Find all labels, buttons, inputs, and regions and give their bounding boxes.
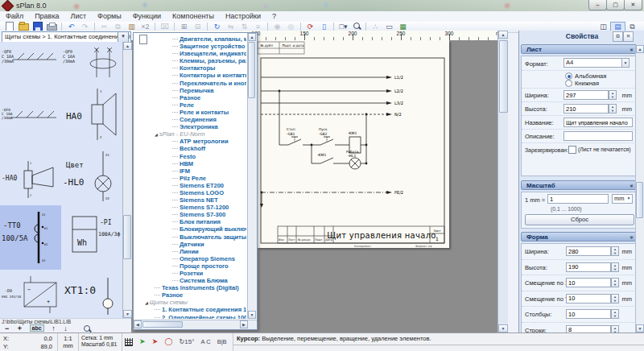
scroll-down-icon[interactable]: ▼ bbox=[636, 324, 644, 332]
spinner[interactable]: ▲▼ bbox=[611, 246, 619, 256]
tree-item[interactable]: Реле и контакты bbox=[134, 109, 246, 116]
scroll-down-icon[interactable]: ▼ bbox=[498, 324, 508, 332]
tree-item[interactable]: IFM bbox=[134, 167, 246, 175]
schematic-sheet[interactable]: № дубл Подп. и дата L1/2 L2/2 L3/2 N/2 P… bbox=[258, 40, 449, 248]
scale-value-input[interactable] bbox=[547, 194, 609, 204]
spinner[interactable]: ▲▼ bbox=[611, 294, 619, 304]
tree-item[interactable]: Разное bbox=[134, 94, 246, 101]
tree-item[interactable]: Датчики bbox=[134, 241, 246, 248]
zoom-in-button[interactable]: + bbox=[18, 324, 22, 332]
section-form-header[interactable]: Форма» bbox=[521, 232, 637, 242]
tree-item[interactable]: Блок питания bbox=[134, 218, 246, 225]
move-down-button[interactable]: ↓ bbox=[64, 324, 68, 332]
tree-item[interactable]: Перемычка bbox=[134, 87, 246, 94]
library-cell-energy-meter[interactable]: Wh-PI100A/3ф bbox=[61, 205, 123, 270]
tree-item[interactable]: Двигатели, клапаны, магниты bbox=[134, 35, 246, 43]
tree-item[interactable]: Festo bbox=[134, 153, 246, 160]
cursor-select-icon[interactable]: ➤ bbox=[139, 337, 146, 345]
close-button[interactable]: ✕ bbox=[624, 0, 642, 10]
menu-item-5[interactable]: Компоненты bbox=[167, 11, 220, 21]
tree-item[interactable]: Beckhoff bbox=[134, 145, 246, 152]
tree-item[interactable]: Texas Instruments (Digital) bbox=[134, 284, 246, 291]
tree-item[interactable]: Извещатели, индикаторы, лам bbox=[134, 50, 246, 57]
sheet-height-input[interactable] bbox=[564, 104, 609, 114]
scroll-right-icon[interactable]: ▶ bbox=[240, 320, 248, 328]
tree-item[interactable]: Защитное устройство bbox=[134, 43, 246, 50]
tree-item[interactable]: АТР метрологии bbox=[134, 138, 246, 145]
library-cell-breaker-4p-2[interactable]: -QF0C 16A/30mA bbox=[0, 82, 62, 147]
tree-item[interactable]: 2. Однолинейные схемы 100% bbox=[134, 314, 246, 319]
scroll-up-icon[interactable]: ▲ bbox=[248, 33, 256, 41]
form-input-0[interactable] bbox=[566, 246, 611, 256]
minimize-button[interactable]: – bbox=[588, 0, 607, 10]
tree-item[interactable]: Электроника bbox=[134, 123, 246, 130]
menu-item-1[interactable]: Правка bbox=[29, 11, 64, 21]
autotext-icon[interactable]: A C bbox=[200, 338, 210, 345]
scroll-down-icon[interactable]: ▼ bbox=[123, 310, 132, 318]
format-select[interactable]: A4 bbox=[564, 58, 630, 68]
scrollbar-thumb[interactable] bbox=[499, 40, 508, 113]
tree-item[interactable]: Переключатель и кнопка bbox=[134, 80, 246, 87]
library-cell-lamp[interactable]: Цвет-HL0 X1X2 bbox=[61, 147, 123, 206]
tree-item[interactable]: Система Блюма bbox=[134, 277, 246, 284]
sheet-combo[interactable]: Щиты схемы > 1. Контактные соединения 10… bbox=[2, 31, 131, 43]
sheet-description-input[interactable] bbox=[564, 131, 633, 141]
library-cell-current-transformer[interactable]: -TT0100/5A Л1И1И2Л2 bbox=[0, 205, 62, 270]
open-icon[interactable] bbox=[19, 23, 29, 31]
scroll-left-icon[interactable]: ◀ bbox=[134, 320, 142, 328]
properties-vertical-scrollbar[interactable]: ▲ ▼ bbox=[635, 45, 644, 332]
tree-item[interactable]: Pilz Реле bbox=[134, 175, 246, 182]
tree-item[interactable]: Выключатель защиты двигате bbox=[134, 233, 246, 241]
tree-item[interactable]: Блокирующий выключатель bbox=[134, 225, 246, 233]
tree-item[interactable]: Оператор Siemens bbox=[134, 255, 246, 262]
tree-item[interactable]: Контакторы и контакты bbox=[134, 72, 246, 79]
tree-group[interactable]: ◢Щиты схемы bbox=[134, 299, 246, 306]
spinner[interactable]: ▲▼ bbox=[611, 309, 619, 319]
binding-icon[interactable]: B|B bbox=[217, 338, 227, 345]
scroll-down-icon[interactable]: ▼ bbox=[248, 311, 256, 319]
scrollbar-thumb[interactable] bbox=[636, 182, 643, 218]
section-scale-header[interactable]: Масштаб» bbox=[521, 180, 637, 190]
close-panel-icon[interactable]: ✕ bbox=[623, 31, 634, 42]
library-cell-speaker[interactable]: HA0 12 bbox=[61, 82, 123, 147]
spinner[interactable]: ▲▼ bbox=[611, 262, 619, 272]
canvas-vertical-scrollbar[interactable]: ▲ ▼ bbox=[497, 31, 508, 332]
reset-button[interactable]: Сброс bbox=[525, 214, 634, 225]
tree-item[interactable]: Siemens ET200 bbox=[134, 182, 246, 189]
scrollbar-thumb[interactable] bbox=[142, 321, 183, 328]
search-icon[interactable] bbox=[84, 325, 90, 332]
menu-item-7[interactable]: ? bbox=[266, 11, 282, 21]
library-cell-rcd[interactable]: -QF0C 16A/30mA bbox=[61, 42, 123, 83]
library-vertical-scrollbar[interactable]: ▲ ▼ bbox=[122, 42, 132, 318]
show-labels-toggle[interactable]: abc bbox=[30, 324, 44, 332]
tree-item[interactable]: Соединения bbox=[134, 116, 246, 123]
grid-icon[interactable] bbox=[125, 338, 133, 346]
cursor-mark-icon[interactable]: ➤ bbox=[152, 337, 159, 345]
spinner[interactable]: ▲▼ bbox=[609, 90, 617, 100]
move-up-button[interactable]: ↑ bbox=[52, 324, 56, 332]
scroll-up-icon[interactable]: ▲ bbox=[636, 45, 644, 53]
library-cell-power-supply[interactable]: -D0HSG 24V/3A ~+ bbox=[0, 270, 62, 319]
scrollbar-thumb[interactable] bbox=[248, 42, 255, 98]
tree-item[interactable]: Разное bbox=[134, 291, 246, 299]
radio-portrait[interactable] bbox=[565, 80, 572, 87]
chevron-down-icon[interactable]: ▼ bbox=[118, 31, 129, 43]
radio-landscape[interactable] bbox=[565, 72, 572, 80]
tree-item[interactable]: Siemens S7-1200 bbox=[134, 204, 246, 211]
tree-item[interactable]: Проще простого bbox=[134, 262, 246, 270]
section-sheet-header[interactable]: Лист» bbox=[521, 44, 637, 54]
print-icon[interactable] bbox=[47, 24, 57, 31]
pin-panel-icon[interactable]: ⧉ bbox=[613, 31, 623, 42]
maximize-button[interactable]: ▢ bbox=[606, 0, 625, 10]
library-cell-terminal[interactable]: XT1:0 bbox=[61, 270, 123, 319]
menu-item-6[interactable]: Настройки bbox=[220, 11, 266, 21]
menu-item-3[interactable]: Формы bbox=[92, 11, 127, 21]
spinner[interactable]: ▲▼ bbox=[609, 104, 617, 114]
menu-item-0[interactable]: Файл bbox=[0, 11, 29, 21]
tree-item[interactable]: Siemens NET bbox=[134, 196, 246, 204]
library-cell-horn[interactable]: -HA0 12 bbox=[0, 147, 62, 206]
tree-item[interactable]: Розетки bbox=[134, 270, 246, 277]
sheet-name-input[interactable] bbox=[564, 118, 633, 127]
chevron-down-icon[interactable]: ▼ bbox=[621, 58, 630, 68]
tree-horizontal-scrollbar[interactable]: ◀ ▶ bbox=[134, 320, 257, 329]
